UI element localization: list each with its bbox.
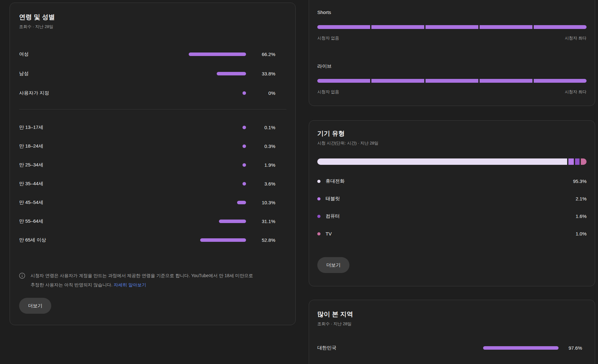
distribution-segment	[371, 79, 424, 83]
distribution-segment	[317, 25, 370, 29]
stat-row-bar-area	[159, 182, 246, 186]
device-stacked-bar	[317, 158, 587, 165]
age-gender-card-subtitle: 조회수 · 지난 28일	[19, 24, 286, 29]
scale-labels: 시청자 없음 시청자 최다	[317, 35, 587, 41]
stat-row-label: 여성	[19, 51, 159, 57]
stat-row: 만 18–24세 0.3%	[19, 137, 286, 156]
analytics-dashboard: 연령 및 성별 조회수 · 지난 28일 여성 66.2% 남성 33.8% 사…	[0, 0, 598, 364]
stat-row-bar	[237, 201, 246, 204]
legend-label: TV	[326, 231, 332, 236]
scale-labels: 시청자 없음 시청자 최다	[317, 89, 587, 94]
distribution-segment	[534, 79, 587, 83]
legend-label: 컴퓨터	[326, 213, 340, 219]
legend-value: 2.1%	[576, 196, 587, 201]
scale-left-label: 시청자 없음	[317, 89, 339, 94]
stat-row: 만 25–34세 1.9%	[19, 156, 286, 174]
legend-value: 1.0%	[576, 231, 587, 236]
age-rows: 만 13–17세 0.1% 만 18–24세 0.3% 만 25–34세 1.9…	[19, 118, 286, 249]
stat-row: 만 35–44세 3.6%	[19, 174, 286, 193]
scale-left-label: 시청자 없음	[317, 35, 339, 41]
device-bar-segment	[575, 158, 580, 165]
distribution-segment	[426, 25, 478, 29]
region-rows: 대한민국 97.6%	[317, 338, 587, 358]
stat-row-bar	[189, 52, 246, 56]
format-audience-card: Shorts 시청자 없음 시청자 최다 라이브 시청자 없음 시청자 최다	[309, 0, 595, 106]
device-legend: 휴대전화 95.3% 태블릿 2.1% 컴퓨터 1.6% TV 1.0%	[317, 172, 587, 242]
device-card-title: 기기 유형	[317, 129, 587, 138]
stat-row-bar	[243, 163, 246, 167]
stat-row: 만 55–64세 31.1%	[19, 212, 286, 231]
device-bar-segment	[581, 158, 587, 165]
stat-row-label: 대한민국	[317, 345, 481, 351]
stat-row: 만 65세 이상 52.8%	[19, 231, 286, 249]
distribution-segment	[317, 79, 370, 83]
stat-row-bar	[243, 182, 246, 186]
section-divider	[19, 109, 286, 109]
legend-value: 1.6%	[576, 214, 587, 219]
stat-row-bar-area	[159, 163, 246, 167]
top-regions-card: 많이 본 지역 조회수 · 지난 28일 대한민국 97.6%	[309, 300, 595, 364]
stat-row-bar	[243, 126, 246, 129]
legend-dot-icon	[317, 232, 320, 235]
stat-row-value: 52.8%	[246, 237, 275, 243]
device-legend-row: 태블릿 2.1%	[317, 190, 587, 207]
stat-row: 여성 66.2%	[19, 45, 286, 64]
stat-row: 남성 33.8%	[19, 64, 286, 83]
format-section-label: 라이브	[317, 63, 587, 69]
stat-row-label: 만 55–64세	[19, 218, 159, 224]
device-legend-row: 휴대전화 95.3%	[317, 172, 587, 190]
stat-row-bar-area	[159, 126, 246, 129]
age-gender-more-button[interactable]: 더보기	[19, 298, 51, 314]
distribution-segment	[426, 79, 478, 83]
stat-row: 사용자가 지정 0%	[19, 83, 286, 103]
stat-row-value: 97.6%	[559, 345, 582, 351]
stat-row-label: 만 18–24세	[19, 143, 159, 149]
stat-row-bar	[483, 346, 559, 350]
stat-row-value: 66.2%	[246, 52, 275, 57]
distribution-segment	[371, 25, 424, 29]
device-legend-row: TV 1.0%	[317, 225, 587, 242]
stat-row-value: 0.1%	[246, 125, 275, 130]
stat-row-bar	[243, 91, 246, 95]
audience-distribution-bar	[317, 79, 587, 83]
stat-row-value: 10.3%	[246, 200, 275, 205]
format-section-label: Shorts	[317, 9, 587, 16]
audience-distribution-bar	[317, 25, 587, 29]
stat-row-bar	[200, 238, 246, 242]
format-section: Shorts 시청자 없음 시청자 최다	[317, 9, 587, 41]
legend-value: 95.3%	[573, 178, 587, 184]
stat-row-value: 0%	[246, 90, 275, 96]
region-card-title: 많이 본 지역	[317, 310, 587, 318]
stat-row-label: 만 35–44세	[19, 181, 159, 187]
stat-row-value: 33.8%	[246, 71, 275, 76]
legend-dot-icon	[317, 180, 320, 183]
legend-dot-icon	[317, 215, 320, 218]
stat-row-bar	[219, 220, 246, 223]
stat-row-value: 31.1%	[246, 219, 275, 224]
learn-more-link[interactable]: 자세히 알아보기	[114, 282, 146, 287]
legend-dot-icon	[317, 197, 320, 200]
age-gender-card: 연령 및 성별 조회수 · 지난 28일 여성 66.2% 남성 33.8% 사…	[10, 3, 296, 325]
stat-row-bar	[243, 144, 246, 148]
stat-row: 만 45–54세 10.3%	[19, 193, 286, 212]
stat-row-label: 남성	[19, 71, 159, 77]
legend-label: 휴대전화	[326, 178, 345, 184]
distribution-segment	[480, 25, 532, 29]
device-more-button[interactable]: 더보기	[317, 257, 349, 273]
device-legend-row: 컴퓨터 1.6%	[317, 207, 587, 225]
stat-row-bar-area	[159, 238, 246, 242]
stat-row-label: 만 25–34세	[19, 162, 159, 168]
info-icon	[19, 273, 25, 290]
device-bar-segment	[568, 158, 574, 165]
stat-row-bar-area	[159, 72, 246, 75]
stat-row-value: 3.6%	[246, 181, 275, 186]
gender-rows: 여성 66.2% 남성 33.8% 사용자가 지정 0%	[19, 45, 286, 103]
age-gender-card-title: 연령 및 성별	[19, 12, 286, 21]
stat-row-value: 1.9%	[246, 162, 275, 168]
stat-row-bar-area	[159, 201, 246, 204]
device-bar-segment	[317, 158, 567, 165]
stat-row-bar-area	[159, 91, 246, 95]
scale-right-label: 시청자 최다	[565, 89, 587, 94]
format-section: 라이브 시청자 없음 시청자 최다	[317, 63, 587, 94]
age-disclaimer: 시청자 연령은 사용자가 계정을 만드는 과정에서 제공한 연령을 기준으로 합…	[19, 271, 286, 290]
